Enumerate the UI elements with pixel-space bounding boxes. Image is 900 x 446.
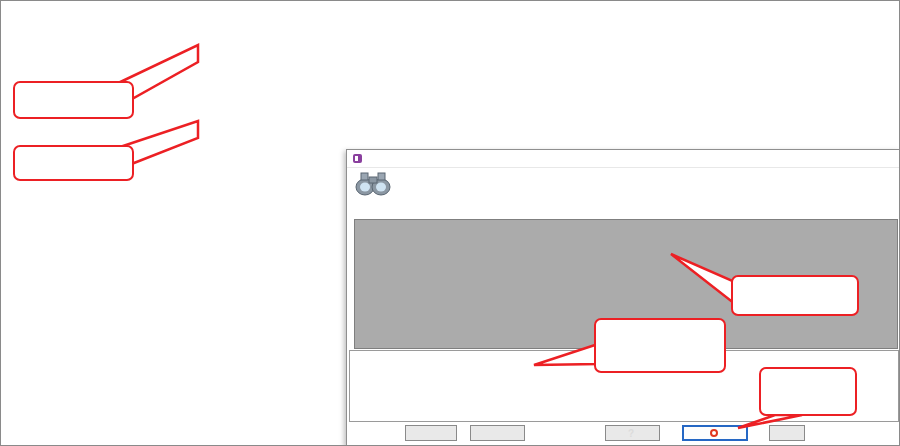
callout-fix-selected: [759, 367, 857, 416]
clear-selections-button[interactable]: [470, 425, 525, 441]
select-all-button[interactable]: [405, 425, 457, 441]
close-button[interactable]: [769, 425, 805, 441]
callout-removal-of-red-xs: [731, 275, 859, 316]
help-ghost-icon: ?: [628, 428, 634, 439]
callout-unhidden-row-2: [13, 145, 134, 181]
onepager-app-icon: [353, 154, 362, 163]
onepager-screenshot: ?: [0, 0, 900, 446]
dialog-titlebar[interactable]: [347, 150, 899, 168]
binoculars-icon: [355, 171, 391, 197]
callout-onepager-explanation: [594, 318, 726, 373]
fix-selected-button[interactable]: [682, 425, 748, 441]
lifering-icon: [710, 429, 718, 437]
callout-unhidden-row-1: [13, 81, 134, 119]
help-me-button[interactable]: ?: [605, 425, 660, 441]
